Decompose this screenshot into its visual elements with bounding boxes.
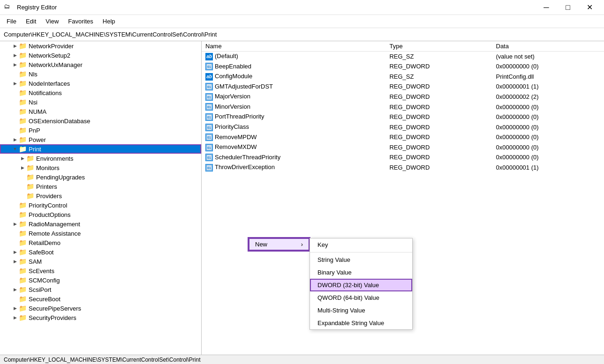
tree-item-pendingupgrades[interactable]: 📁PendingUpgrades bbox=[0, 172, 201, 182]
cell-type: REG_DWORD bbox=[385, 82, 492, 92]
menu-string-value[interactable]: String Value bbox=[310, 253, 412, 266]
expand-icon[interactable] bbox=[11, 108, 19, 115]
svg-text:01: 01 bbox=[207, 166, 211, 170]
expand-icon[interactable]: ▶ bbox=[19, 164, 26, 171]
expand-icon[interactable] bbox=[11, 89, 19, 97]
expand-icon[interactable] bbox=[19, 192, 26, 200]
tree-item-environments[interactable]: ▶📁Environments bbox=[0, 154, 201, 163]
expand-icon[interactable] bbox=[11, 295, 19, 303]
menu-dword-value[interactable]: DWORD (32-bit) Value bbox=[310, 279, 412, 291]
tree-item-notifications[interactable]: 📁Notifications bbox=[0, 88, 201, 97]
cell-data: 0x00000000 (0) bbox=[492, 61, 604, 72]
expand-icon[interactable]: ▶ bbox=[11, 61, 19, 68]
table-row[interactable]: 01ThrowDriverExceptionREG_DWORD0x0000000… bbox=[202, 163, 604, 173]
tree-panel[interactable]: ▶📁NetworkProvider▶📁NetworkSetup2▶📁Networ… bbox=[0, 41, 202, 355]
tree-item-productoptions[interactable]: 📁ProductOptions bbox=[0, 210, 201, 219]
tree-item-scevents[interactable]: 📁ScEvents bbox=[0, 266, 201, 275]
tree-item-nsi[interactable]: 📁Nsi bbox=[0, 97, 201, 107]
tree-item-nls[interactable]: 📁Nls bbox=[0, 69, 201, 79]
folder-icon: 📁 bbox=[19, 108, 27, 115]
expand-icon[interactable]: ▶ bbox=[11, 314, 19, 321]
expand-icon[interactable]: ▶ bbox=[11, 80, 19, 87]
menu-view[interactable]: View bbox=[41, 16, 63, 27]
expand-icon[interactable]: ▶ bbox=[11, 286, 19, 293]
table-row[interactable]: 01MajorVersionREG_DWORD0x00000002 (2) bbox=[202, 92, 604, 102]
tree-item-providers[interactable]: 📁Providers bbox=[0, 191, 201, 201]
tree-item-secureboot[interactable]: 📁SecureBoot bbox=[0, 294, 201, 304]
expand-icon[interactable]: ▶ bbox=[11, 248, 19, 256]
expand-icon[interactable] bbox=[11, 230, 19, 237]
tree-item-label: NetworkSetup2 bbox=[29, 52, 70, 59]
tree-item-networkuxmanager[interactable]: ▶📁NetworkUxManager bbox=[0, 60, 201, 69]
tree-item-scsiport[interactable]: ▶📁ScsiPort bbox=[0, 285, 201, 294]
tree-item-retaildemo[interactable]: 📁RetailDemo bbox=[0, 238, 201, 247]
menu-favorites[interactable]: Favorites bbox=[63, 16, 98, 27]
expand-icon[interactable] bbox=[11, 98, 19, 106]
expand-icon[interactable]: ▶ bbox=[11, 136, 19, 143]
table-row[interactable]: 01RemoveMXDWREG_DWORD0x00000000 (0) bbox=[202, 142, 604, 153]
tree-item-sam[interactable]: ▶📁SAM bbox=[0, 257, 201, 266]
expand-icon[interactable] bbox=[11, 117, 19, 125]
expand-icon[interactable] bbox=[11, 267, 19, 275]
expand-icon[interactable]: ▶ bbox=[11, 220, 19, 228]
expand-icon[interactable]: ▶ bbox=[11, 42, 19, 50]
tree-item-pnp[interactable]: 📁PnP bbox=[0, 126, 201, 135]
expand-icon[interactable] bbox=[19, 173, 26, 181]
app-title: Registry Editor bbox=[17, 4, 57, 11]
tree-item-networksetup2[interactable]: ▶📁NetworkSetup2 bbox=[0, 51, 201, 60]
tree-item-safeboot[interactable]: ▶📁SafeBoot bbox=[0, 247, 201, 257]
tree-item-nodeinterfaces[interactable]: ▶📁NodeInterfaces bbox=[0, 79, 201, 88]
menu-file[interactable]: File bbox=[2, 16, 21, 27]
folder-icon: 📁 bbox=[26, 183, 34, 190]
tree-item-numa[interactable]: 📁NUMA bbox=[0, 107, 201, 116]
menu-qword-value[interactable]: QWORD (64-bit) Value bbox=[310, 291, 412, 304]
menu-multi-string[interactable]: Multi-String Value bbox=[310, 304, 412, 317]
menu-help[interactable]: Help bbox=[98, 16, 120, 27]
tree-item-monitors[interactable]: ▶📁Monitors bbox=[0, 163, 201, 172]
table-row[interactable]: 01MinorVersionREG_DWORD0x00000000 (0) bbox=[202, 102, 604, 112]
table-row[interactable]: 01GMTAdjustedForDSTREG_DWORD0x00000001 (… bbox=[202, 82, 604, 92]
table-row[interactable]: ab(Default)REG_SZ(value not set) bbox=[202, 52, 604, 62]
tree-item-scmconfig[interactable]: 📁SCMConfig bbox=[0, 275, 201, 285]
folder-icon: 📁 bbox=[19, 201, 27, 209]
table-row[interactable]: 01PortThreadPriorityREG_DWORD0x00000000 … bbox=[202, 112, 604, 122]
tree-item-remote-assistance[interactable]: 📁Remote Assistance bbox=[0, 229, 201, 238]
table-row[interactable]: 01BeepEnabledREG_DWORD0x00000000 (0) bbox=[202, 61, 604, 72]
minimize-button[interactable]: ─ bbox=[536, 0, 557, 15]
menu-expandable-string[interactable]: Expandable String Value bbox=[310, 317, 412, 329]
expand-icon[interactable]: ▶ bbox=[19, 155, 26, 162]
tree-item-print[interactable]: ▼📁Print bbox=[0, 144, 201, 154]
cell-name: 01BeepEnabled bbox=[202, 61, 385, 72]
tree-item-osextensiondatabase[interactable]: 📁OSExtensionDatabase bbox=[0, 116, 201, 126]
tree-item-securityproviders[interactable]: ▶📁SecurityProviders bbox=[0, 313, 201, 322]
table-row[interactable]: 01PriorityClassREG_DWORD0x00000000 (0) bbox=[202, 122, 604, 132]
folder-icon: 📁 bbox=[19, 267, 27, 275]
close-button[interactable]: ✕ bbox=[579, 0, 600, 15]
expand-icon[interactable] bbox=[11, 70, 19, 78]
expand-icon[interactable] bbox=[11, 239, 19, 246]
expand-icon[interactable] bbox=[11, 201, 19, 209]
tree-item-prioritycontrol[interactable]: 📁PriorityControl bbox=[0, 201, 201, 210]
expand-icon[interactable] bbox=[11, 276, 19, 284]
tree-item-power[interactable]: ▶📁Power bbox=[0, 135, 201, 144]
expand-icon[interactable] bbox=[11, 126, 19, 134]
cell-data: 0x00000000 (0) bbox=[492, 122, 604, 132]
new-button[interactable]: New › bbox=[249, 238, 310, 251]
table-row[interactable]: abConfigModuleREG_SZPrintConfig.dll bbox=[202, 72, 604, 82]
expand-icon[interactable] bbox=[11, 211, 19, 218]
expand-icon[interactable]: ▶ bbox=[11, 258, 19, 265]
menu-key[interactable]: Key bbox=[310, 238, 412, 251]
tree-item-networkprovider[interactable]: ▶📁NetworkProvider bbox=[0, 41, 201, 51]
expand-icon[interactable] bbox=[19, 183, 26, 190]
expand-icon[interactable]: ▼ bbox=[11, 145, 19, 153]
table-row[interactable]: 01SchedulerThreadPriorityREG_DWORD0x0000… bbox=[202, 152, 604, 163]
tree-item-printers[interactable]: 📁Printers bbox=[0, 182, 201, 191]
tree-item-radiomanagement[interactable]: ▶📁RadioManagement bbox=[0, 219, 201, 229]
table-row[interactable]: 01RemoveMPDWREG_DWORD0x00000000 (0) bbox=[202, 132, 604, 142]
menu-binary-value[interactable]: Binary Value bbox=[310, 266, 412, 279]
tree-item-securepipeservers[interactable]: ▶📁SecurePipeServers bbox=[0, 304, 201, 313]
menu-edit[interactable]: Edit bbox=[21, 16, 41, 27]
expand-icon[interactable]: ▶ bbox=[11, 52, 19, 59]
expand-icon[interactable]: ▶ bbox=[11, 305, 19, 312]
maximize-button[interactable]: □ bbox=[557, 0, 579, 15]
